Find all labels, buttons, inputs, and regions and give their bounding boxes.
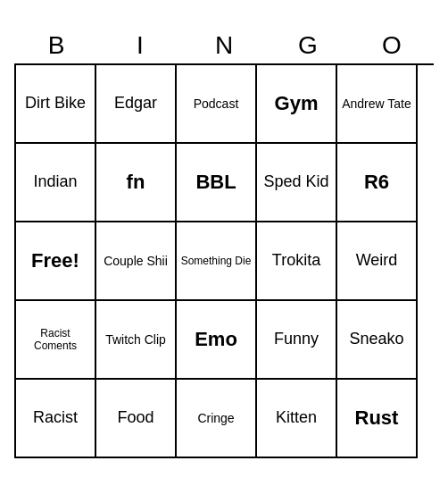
bingo-grid: Dirt BikeEdgarPodcastGymAndrew TateIndia… [14,63,434,458]
bingo-cell-22: Cringe [177,380,257,458]
bingo-cell-23: Kitten [257,380,337,458]
header-g: G [268,31,348,60]
bingo-cell-19: Sneako [337,301,418,380]
bingo-cell-6: fn [96,144,177,222]
bingo-cell-13: Trokita [257,222,337,301]
bingo-cell-14: Weird [337,222,418,301]
header-i: I [100,31,180,60]
header-b: B [16,31,96,60]
bingo-cell-10: Free! [16,222,96,301]
bingo-cell-5: Indian [16,144,96,222]
bingo-cell-8: Sped Kid [257,144,337,222]
header-row: B I N G O [14,31,434,60]
bingo-container: B I N G O Dirt BikeEdgarPodcastGymAndrew… [14,28,434,458]
bingo-cell-15: Racist Coments [16,301,96,380]
bingo-cell-2: Podcast [177,65,257,144]
bingo-cell-16: Twitch Clip [96,301,177,380]
bingo-cell-20: Racist [16,380,96,458]
bingo-cell-11: Couple Shii [96,222,177,301]
bingo-cell-9: R6 [337,144,418,222]
bingo-cell-21: Food [96,380,177,458]
bingo-cell-18: Funny [257,301,337,380]
bingo-cell-1: Edgar [96,65,177,144]
bingo-cell-0: Dirt Bike [16,65,96,144]
bingo-cell-24: Rust [337,380,418,458]
bingo-cell-3: Gym [257,65,337,144]
bingo-cell-17: Emo [177,301,257,380]
bingo-cell-7: BBL [177,144,257,222]
header-n: N [184,31,264,60]
bingo-cell-4: Andrew Tate [337,65,418,144]
bingo-cell-12: Something Die [177,222,257,301]
header-o: O [352,31,432,60]
